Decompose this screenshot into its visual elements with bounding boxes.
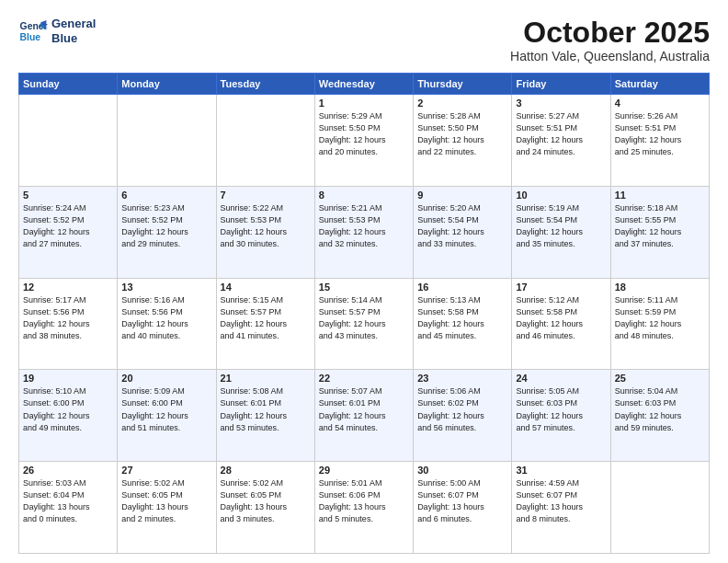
day-info: Sunrise: 5:06 AM Sunset: 6:02 PM Dayligh… xyxy=(417,385,507,433)
page: General Blue General Blue October 2025 H… xyxy=(0,0,728,563)
day-info: Sunrise: 5:13 AM Sunset: 5:58 PM Dayligh… xyxy=(417,294,507,342)
weekday-tuesday: Tuesday xyxy=(216,74,314,95)
week-row-1: 5Sunrise: 5:24 AM Sunset: 5:52 PM Daylig… xyxy=(19,186,710,278)
logo-line2: Blue xyxy=(51,31,96,46)
day-info: Sunrise: 5:00 AM Sunset: 6:07 PM Dayligh… xyxy=(417,477,507,525)
day-info: Sunrise: 5:08 AM Sunset: 6:01 PM Dayligh… xyxy=(221,385,311,433)
day-number: 6 xyxy=(121,190,211,201)
calendar-cell xyxy=(19,95,118,187)
logo-text: General Blue xyxy=(51,17,96,45)
calendar-cell: 6Sunrise: 5:23 AM Sunset: 5:52 PM Daylig… xyxy=(118,186,216,278)
calendar-cell: 12Sunrise: 5:17 AM Sunset: 5:56 PM Dayli… xyxy=(19,278,118,370)
calendar-cell: 13Sunrise: 5:16 AM Sunset: 5:56 PM Dayli… xyxy=(118,278,216,370)
day-info: Sunrise: 5:14 AM Sunset: 5:57 PM Dayligh… xyxy=(319,294,409,342)
calendar-cell: 16Sunrise: 5:13 AM Sunset: 5:58 PM Dayli… xyxy=(414,278,512,370)
day-info: Sunrise: 4:59 AM Sunset: 6:07 PM Dayligh… xyxy=(516,477,606,525)
calendar-cell: 29Sunrise: 5:01 AM Sunset: 6:06 PM Dayli… xyxy=(314,462,413,554)
day-number: 21 xyxy=(221,373,311,384)
calendar-cell xyxy=(610,462,709,554)
calendar-cell: 3Sunrise: 5:27 AM Sunset: 5:51 PM Daylig… xyxy=(512,95,610,187)
day-number: 25 xyxy=(615,373,705,384)
weekday-sunday: Sunday xyxy=(19,74,118,95)
day-info: Sunrise: 5:11 AM Sunset: 5:59 PM Dayligh… xyxy=(615,294,705,342)
calendar-cell: 22Sunrise: 5:07 AM Sunset: 6:01 PM Dayli… xyxy=(314,370,413,462)
day-number: 26 xyxy=(23,465,113,476)
calendar-cell: 7Sunrise: 5:22 AM Sunset: 5:53 PM Daylig… xyxy=(216,186,314,278)
calendar-cell: 11Sunrise: 5:18 AM Sunset: 5:55 PM Dayli… xyxy=(610,186,709,278)
day-info: Sunrise: 5:07 AM Sunset: 6:01 PM Dayligh… xyxy=(319,385,409,433)
calendar-cell: 23Sunrise: 5:06 AM Sunset: 6:02 PM Dayli… xyxy=(414,370,512,462)
calendar-cell: 27Sunrise: 5:02 AM Sunset: 6:05 PM Dayli… xyxy=(118,462,216,554)
calendar-cell: 8Sunrise: 5:21 AM Sunset: 5:53 PM Daylig… xyxy=(314,186,413,278)
day-number: 15 xyxy=(319,282,409,293)
day-number: 18 xyxy=(615,282,705,293)
calendar-cell: 31Sunrise: 4:59 AM Sunset: 6:07 PM Dayli… xyxy=(512,462,610,554)
day-info: Sunrise: 5:02 AM Sunset: 6:05 PM Dayligh… xyxy=(221,477,311,525)
day-number: 30 xyxy=(417,465,507,476)
header: General Blue General Blue October 2025 H… xyxy=(18,17,710,63)
calendar-cell: 18Sunrise: 5:11 AM Sunset: 5:59 PM Dayli… xyxy=(610,278,709,370)
weekday-saturday: Saturday xyxy=(610,74,709,95)
day-number: 17 xyxy=(516,282,606,293)
title-block: October 2025 Hatton Vale, Queensland, Au… xyxy=(510,17,710,63)
day-info: Sunrise: 5:20 AM Sunset: 5:54 PM Dayligh… xyxy=(417,202,507,250)
calendar-cell: 2Sunrise: 5:28 AM Sunset: 5:50 PM Daylig… xyxy=(414,95,512,187)
day-number: 20 xyxy=(121,373,211,384)
calendar-cell: 10Sunrise: 5:19 AM Sunset: 5:54 PM Dayli… xyxy=(512,186,610,278)
calendar-cell: 14Sunrise: 5:15 AM Sunset: 5:57 PM Dayli… xyxy=(216,278,314,370)
calendar-cell xyxy=(118,95,216,187)
logo: General Blue General Blue xyxy=(18,17,96,46)
day-number: 16 xyxy=(417,282,507,293)
calendar-cell: 21Sunrise: 5:08 AM Sunset: 6:01 PM Dayli… xyxy=(216,370,314,462)
day-info: Sunrise: 5:23 AM Sunset: 5:52 PM Dayligh… xyxy=(121,202,211,250)
day-number: 27 xyxy=(121,465,211,476)
calendar-cell: 17Sunrise: 5:12 AM Sunset: 5:58 PM Dayli… xyxy=(512,278,610,370)
week-row-0: 1Sunrise: 5:29 AM Sunset: 5:50 PM Daylig… xyxy=(19,95,710,187)
calendar-cell: 20Sunrise: 5:09 AM Sunset: 6:00 PM Dayli… xyxy=(118,370,216,462)
day-number: 29 xyxy=(319,465,409,476)
calendar-cell: 4Sunrise: 5:26 AM Sunset: 5:51 PM Daylig… xyxy=(610,95,709,187)
day-number: 10 xyxy=(516,190,606,201)
logo-icon: General Blue xyxy=(18,17,48,46)
day-info: Sunrise: 5:22 AM Sunset: 5:53 PM Dayligh… xyxy=(221,202,311,250)
day-info: Sunrise: 5:09 AM Sunset: 6:00 PM Dayligh… xyxy=(121,385,211,433)
calendar-cell: 19Sunrise: 5:10 AM Sunset: 6:00 PM Dayli… xyxy=(19,370,118,462)
day-number: 24 xyxy=(516,373,606,384)
day-info: Sunrise: 5:12 AM Sunset: 5:58 PM Dayligh… xyxy=(516,294,606,342)
day-info: Sunrise: 5:10 AM Sunset: 6:00 PM Dayligh… xyxy=(23,385,113,433)
day-info: Sunrise: 5:28 AM Sunset: 5:50 PM Dayligh… xyxy=(417,110,507,158)
day-info: Sunrise: 5:05 AM Sunset: 6:03 PM Dayligh… xyxy=(516,385,606,433)
day-number: 22 xyxy=(319,373,409,384)
day-info: Sunrise: 5:15 AM Sunset: 5:57 PM Dayligh… xyxy=(221,294,311,342)
calendar-cell: 28Sunrise: 5:02 AM Sunset: 6:05 PM Dayli… xyxy=(216,462,314,554)
weekday-monday: Monday xyxy=(118,74,216,95)
day-info: Sunrise: 5:27 AM Sunset: 5:51 PM Dayligh… xyxy=(516,110,606,158)
weekday-header-row: SundayMondayTuesdayWednesdayThursdayFrid… xyxy=(19,74,710,95)
logo-line1: General xyxy=(51,17,96,31)
weekday-friday: Friday xyxy=(512,74,610,95)
day-number: 4 xyxy=(615,98,705,109)
day-number: 7 xyxy=(221,190,311,201)
week-row-2: 12Sunrise: 5:17 AM Sunset: 5:56 PM Dayli… xyxy=(19,278,710,370)
calendar-cell xyxy=(216,95,314,187)
location: Hatton Vale, Queensland, Australia xyxy=(510,49,710,63)
day-number: 31 xyxy=(516,465,606,476)
day-number: 8 xyxy=(319,190,409,201)
svg-text:Blue: Blue xyxy=(20,32,41,42)
day-number: 3 xyxy=(516,98,606,109)
day-info: Sunrise: 5:04 AM Sunset: 6:03 PM Dayligh… xyxy=(615,385,705,433)
day-info: Sunrise: 5:01 AM Sunset: 6:06 PM Dayligh… xyxy=(319,477,409,525)
weekday-wednesday: Wednesday xyxy=(314,74,413,95)
calendar-cell: 9Sunrise: 5:20 AM Sunset: 5:54 PM Daylig… xyxy=(414,186,512,278)
day-info: Sunrise: 5:18 AM Sunset: 5:55 PM Dayligh… xyxy=(615,202,705,250)
day-info: Sunrise: 5:21 AM Sunset: 5:53 PM Dayligh… xyxy=(319,202,409,250)
day-info: Sunrise: 5:16 AM Sunset: 5:56 PM Dayligh… xyxy=(121,294,211,342)
day-number: 12 xyxy=(23,282,113,293)
day-info: Sunrise: 5:24 AM Sunset: 5:52 PM Dayligh… xyxy=(23,202,113,250)
day-info: Sunrise: 5:19 AM Sunset: 5:54 PM Dayligh… xyxy=(516,202,606,250)
day-info: Sunrise: 5:26 AM Sunset: 5:51 PM Dayligh… xyxy=(615,110,705,158)
day-number: 23 xyxy=(417,373,507,384)
calendar-table: SundayMondayTuesdayWednesdayThursdayFrid… xyxy=(18,73,710,554)
day-number: 1 xyxy=(319,98,409,109)
day-number: 9 xyxy=(417,190,507,201)
